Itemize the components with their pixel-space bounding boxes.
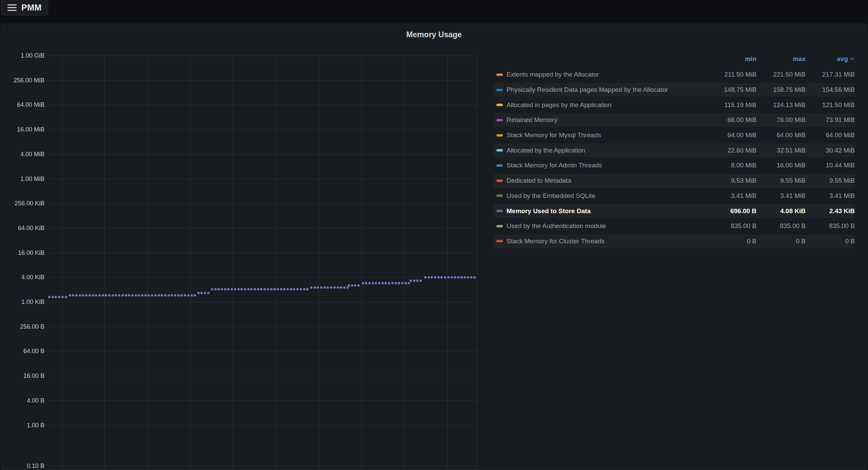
series-color-swatch[interactable] (496, 149, 503, 151)
legend-row[interactable]: Stack Memory for Mysql Threads 64.00 MiB… (494, 128, 855, 142)
vertical-gridline (477, 56, 477, 470)
series-min-value: 115.19 MiB (707, 101, 756, 109)
series-point (138, 294, 140, 297)
series-name[interactable]: Used by the Embedded SQLite (507, 192, 707, 200)
legend-row[interactable]: Used by the Embedded SQLite 3.41 MiB 3.4… (494, 189, 855, 203)
series-point (431, 276, 433, 279)
series-avg-value: 73.91 MiB (806, 116, 855, 124)
grafana-dashboard: PMM Memory Usage 1.00 GiB256.00 MiB64.00… (0, 0, 868, 470)
series-point (154, 294, 157, 297)
vertical-gridline (62, 56, 62, 470)
series-avg-value: 154.56 MiB (806, 86, 855, 94)
series-min-value: 696.00 B (707, 207, 756, 215)
series-color-swatch[interactable] (496, 195, 503, 197)
series-color-swatch[interactable] (496, 89, 503, 91)
vertical-gridline (319, 56, 319, 470)
horizontal-gridline (48, 203, 477, 204)
series-max-value: 124.13 MiB (756, 101, 806, 109)
series-point (391, 282, 394, 284)
series-point (416, 280, 418, 282)
series-avg-value: 10.44 MiB (806, 162, 855, 169)
legend-sort-avg[interactable]: avg (806, 55, 855, 63)
legend-row[interactable]: Used by the Authentication module 835.00… (494, 219, 855, 233)
series-point (61, 296, 64, 298)
series-max-value: 0 B (756, 238, 806, 245)
series-point (174, 294, 176, 297)
series-color-swatch[interactable] (496, 210, 503, 212)
series-name[interactable]: Dedicated to Metadata (507, 177, 707, 184)
series-name[interactable]: Stack Memory for Admin Threads (507, 162, 707, 169)
series-point (108, 294, 111, 297)
y-axis-tick-label: 4.00 MiB (1, 150, 44, 158)
series-color-swatch[interactable] (496, 74, 503, 76)
series-color-swatch[interactable] (496, 134, 503, 137)
series-max-value: 64.00 MiB (756, 131, 806, 139)
horizontal-gridline (48, 228, 477, 228)
series-color-swatch[interactable] (496, 240, 503, 242)
series-min-value: 66.00 MiB (707, 116, 756, 124)
pmm-menu-button[interactable]: PMM (1, 0, 48, 16)
series-color-swatch[interactable] (496, 164, 503, 167)
series-point (69, 294, 71, 297)
series-point (204, 292, 206, 294)
series-name[interactable]: Allocated by the Application (507, 147, 707, 154)
hamburger-icon[interactable] (7, 4, 17, 11)
legend-row[interactable]: Stack Memory for Admin Threads 8.00 MiB … (494, 159, 855, 172)
series-point (388, 282, 390, 284)
series-name[interactable]: Used by the Authentication module (507, 222, 707, 230)
series-point (98, 294, 101, 297)
series-point (151, 294, 153, 297)
horizontal-gridline (48, 401, 477, 401)
legend-row[interactable]: Dedicated to Metadata 9.53 MiB 9.55 MiB … (494, 174, 855, 188)
legend-row[interactable]: Allocated in pages by the Application 11… (494, 98, 855, 112)
series-color-swatch[interactable] (496, 180, 503, 182)
horizontal-gridline (48, 376, 477, 376)
series-name[interactable]: Physically Resident Data pages Mapped by… (507, 86, 707, 94)
legend-sort-min[interactable]: min (707, 55, 756, 63)
y-axis-tick-label: 256.00 KiB (1, 200, 44, 207)
series-point (280, 288, 282, 290)
series-name[interactable]: Stack Memory for Cluster Threads (507, 238, 707, 245)
series-point (277, 288, 279, 290)
legend-sort-max[interactable]: max (756, 55, 806, 63)
series-point (112, 294, 114, 297)
series-point (55, 296, 57, 298)
series-name[interactable]: Allocated in pages by the Application (507, 101, 707, 109)
panel-title[interactable]: Memory Usage (1, 30, 867, 40)
series-name[interactable]: Stack Memory for Mysql Threads (507, 131, 707, 139)
legend-row[interactable]: Stack Memory for Cluster Threads 0 B 0 B… (494, 234, 855, 248)
series-point (440, 276, 443, 279)
legend-row[interactable]: Physically Resident Data pages Mapped by… (494, 83, 855, 97)
vertical-gridline (190, 56, 191, 470)
series-point (351, 284, 353, 287)
legend-rows: Extents mapped by the Allocator 211.50 M… (494, 68, 855, 248)
series-color-swatch[interactable] (496, 225, 503, 227)
legend-row[interactable]: Allocated by the Application 22.60 MiB 3… (494, 143, 855, 157)
series-point (293, 288, 295, 290)
series-name[interactable]: Extents mapped by the Allocator (507, 71, 707, 78)
series-name[interactable]: Retained Memory (507, 116, 707, 124)
series-max-value: 76.00 MiB (756, 116, 806, 124)
series-point (115, 294, 117, 297)
legend-row[interactable]: Extents mapped by the Allocator 211.50 M… (494, 68, 855, 82)
y-axis-tick-label: 1.00 GiB (1, 52, 44, 59)
series-point (254, 288, 256, 290)
series-color-swatch[interactable] (496, 104, 503, 106)
series-color-swatch[interactable] (496, 119, 503, 121)
horizontal-gridline (48, 179, 477, 179)
series-point (65, 296, 67, 298)
series-point (79, 294, 81, 297)
series-point (333, 286, 336, 289)
legend-row[interactable]: Memory Used to Store Data 696.00 B 4.08 … (494, 204, 855, 218)
y-axis: 1.00 GiB256.00 MiB64.00 MiB16.00 MiB4.00… (1, 24, 44, 470)
series-point (237, 288, 240, 290)
horizontal-gridline (48, 129, 477, 130)
plot-area[interactable] (48, 56, 477, 470)
series-point (419, 280, 422, 282)
series-point (368, 282, 371, 284)
series-point (340, 286, 342, 289)
series-max-value: 158.75 MiB (756, 86, 806, 94)
legend-row[interactable]: Retained Memory 66.00 MiB 76.00 MiB 73.9… (494, 113, 855, 127)
series-point (260, 288, 262, 290)
series-name[interactable]: Memory Used to Store Data (507, 207, 707, 215)
